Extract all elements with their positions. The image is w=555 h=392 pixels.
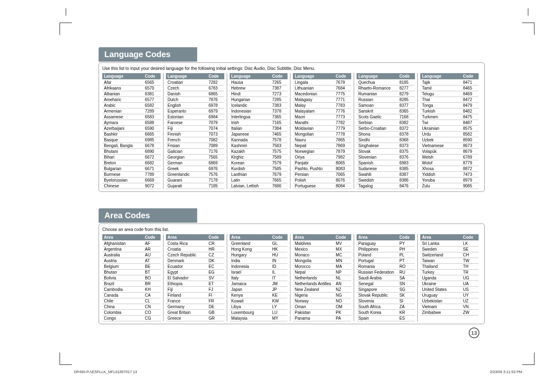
column-header: AreaCode [230,234,288,240]
column-header: LanguageCode [420,73,479,79]
table-row: Frisian7089 [166,143,224,149]
table-row: OmanOM [293,304,351,310]
table-row: BelgiumBE [102,264,161,270]
table-row: Georgian7565 [166,154,224,160]
table-column: LanguageCodeQuechua8185Rhaeto-Romance827… [354,73,417,189]
table-row: Ameharic6577 [102,97,161,103]
table-row: FijiFJ [166,287,224,293]
table-row: Tajik8471 [420,80,479,85]
table-row: VietnamVN [420,304,479,310]
table-row: Latvian, Lettish7686 [230,183,288,189]
column-header: LanguageCode [102,73,161,79]
table-row: Finnish7073 [166,131,224,137]
table-row: CanadaCA [102,293,161,298]
table-row: ThailandTH [420,264,479,270]
table-column: AreaCodeGreenlandGLHong KongHKHungaryHUI… [227,234,290,321]
table-row: Hebrew7387 [230,85,288,91]
table-row: French7082 [166,137,224,143]
table-row: Macedonian7775 [293,91,351,97]
table-row: Italian7384 [230,126,288,131]
table-row: Hong KongHK [230,247,288,252]
table-row: Samoan8377 [357,103,415,108]
table-row: Korean7579 [230,160,288,166]
table-row: JapanJP [230,287,288,293]
table-row: GreeceGR [166,316,224,321]
table-row: Lithuanian7684 [293,85,351,91]
table-row: PortugalPT [357,258,415,264]
table-row: Hausa7265 [230,80,288,85]
table-row: ItalyIT [230,275,288,281]
table-row: Afrikaans6570 [102,85,161,91]
table-row: Irish7165 [230,120,288,126]
table-row: IndiaIN [230,258,288,264]
table-row: Icelandic7383 [230,103,288,108]
table-row: IndonesiaID [230,264,288,270]
table-row: BhutanBT [102,270,161,275]
table-row: Maori7773 [293,114,351,120]
table-row: Aymara6588 [102,120,161,126]
table-row: Serbo-Croatian8372 [357,126,415,131]
table-row: UzbekistanUZ [420,298,479,304]
table-row: Azerbaijani6590 [102,126,161,131]
table-row: Kashmiri7583 [230,143,288,149]
table-row: Quechua8185 [357,80,415,85]
table-row: ColombiaCO [102,310,161,316]
column-header: AreaCode [420,234,479,240]
table-row: Marathi7782 [293,120,351,126]
table-row: Singhalese8373 [357,143,415,149]
table-row: PakistanPK [293,310,351,316]
table-row: Uzbek8590 [420,137,479,143]
table-row: Tagalog8476 [357,183,415,189]
table-row: Volapük8679 [420,149,479,154]
table-row: Fiji7074 [166,126,224,131]
area-codes-title: Area Codes [99,208,197,223]
table-row: Czech6783 [166,85,224,91]
table-row: Turkish8482 [420,108,479,114]
table-row: Spanish6983 [357,160,415,166]
table-row: Kurdish7585 [230,166,288,172]
table-row: Tonga8479 [420,103,479,108]
table-row: Xhosa8872 [420,166,479,172]
area-codes-box: Choose an area code from this list. Area… [99,224,485,324]
table-row: Slovenian8376 [357,154,415,160]
language-intro: Use this list to input your desired lang… [102,65,481,73]
table-row: BrazilBR [102,281,161,287]
table-row: UruguayUY [420,293,479,298]
table-row: MaldivesMV [293,241,351,247]
table-row: TurkeyTR [420,270,479,275]
table-row: United StatesUS [420,287,479,293]
table-row: MalaysiaMY [230,316,288,321]
table-row: Galician7176 [166,149,224,154]
table-row: EgyptEG [166,270,224,275]
table-row: Moldavian7779 [293,126,351,131]
table-column: AreaCodeSri LankaLKSwedenSESwitzerlandCH… [417,234,481,321]
table-row: UkraineUA [420,281,479,287]
table-row: GermanyDE [166,304,224,310]
column-header: AreaCode [102,234,161,240]
table-row: Russian8285 [357,97,415,103]
table-column: AreaCodeParaguayPYPhilippinesPHPolandPLP… [354,234,417,321]
table-row: LuxembourgLU [230,310,288,316]
table-row: Breton6682 [102,160,161,166]
table-row: AustriaAT [102,258,161,264]
table-row: MongoliaMN [293,258,351,264]
table-column: LanguageCodeLingala7678Lithuanian7684Mac… [290,73,354,189]
table-row: Slovak8375 [357,149,415,154]
table-row: FinlandFI [166,293,224,298]
table-row: Lingala7678 [293,80,351,85]
table-column: AreaCodeMaldivesMVMexicoMXMonacoMCMongol… [290,234,354,321]
table-row: Nepali7869 [293,143,351,149]
table-row: Bihari6672 [102,154,161,160]
table-row: Arabic6582 [102,103,161,108]
table-row: FranceFR [166,298,224,304]
table-row: NorwayNO [293,298,351,304]
table-column: LanguageCodeCroatian7282Czech6783Danish6… [163,73,227,189]
table-row: SpainES [357,316,415,321]
table-row: Slovak RepublicSK [357,293,415,298]
table-row: KenyaKE [230,293,288,298]
column-header: LanguageCode [166,73,224,79]
table-row: New ZealandNZ [293,287,351,293]
table-row: Shona8378 [357,131,415,137]
table-row: Laothian7679 [230,172,288,178]
table-row: Croatian7282 [166,80,224,85]
